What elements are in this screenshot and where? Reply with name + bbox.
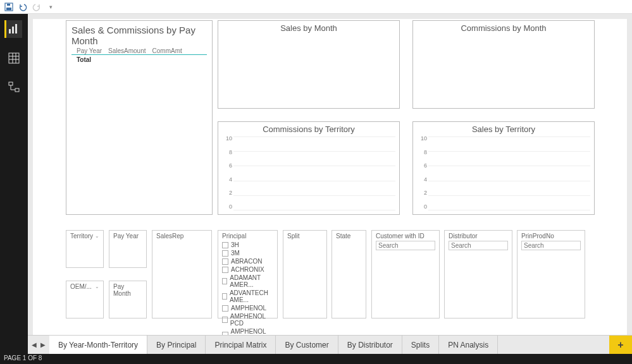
chart-body: 10 8 6 4 2 0 [413, 135, 594, 212]
save-icon[interactable] [4, 2, 14, 12]
svg-rect-12 [15, 88, 19, 92]
slicer-principal[interactable]: Principal 3H 3M ABRACON ACHRONIX ADAMANT… [218, 230, 278, 318]
table-total-row: Total [71, 55, 207, 64]
list-item[interactable]: AMPHENOL [222, 304, 273, 312]
gridlines [233, 136, 395, 210]
list-item[interactable]: ABRACON [222, 257, 273, 265]
slicer-customer[interactable]: Customer with ID [371, 230, 440, 318]
redo-icon[interactable] [32, 2, 42, 12]
visual-title: Commissions by Month [413, 21, 594, 34]
visual-title: Sales & Commissions by Pay Month [66, 21, 212, 47]
visual-title: Commissions by Territory [218, 122, 399, 135]
visual-title: Sales by Month [218, 21, 399, 34]
tab-prev-icon[interactable]: ◀ [30, 341, 38, 348]
slicer-label: Pay Month [113, 283, 142, 297]
checkbox-icon[interactable] [222, 242, 228, 248]
table-header: Pay Year SalesAmount CommAmt [71, 47, 207, 55]
slicer-territory[interactable]: Territory⌄ [66, 230, 104, 268]
add-page-button[interactable]: + [609, 336, 632, 354]
gridlines [428, 136, 590, 210]
checkbox-icon[interactable] [222, 258, 228, 265]
checkbox-icon[interactable] [222, 278, 227, 284]
slicer-label: State [336, 233, 350, 240]
slicer-prinprodno[interactable]: PrinProdNo [517, 230, 585, 318]
svg-rect-4 [12, 27, 14, 33]
search-input[interactable] [449, 241, 508, 250]
total-label: Total [77, 56, 91, 63]
list-item[interactable]: 3M [222, 249, 273, 257]
visual-commissions-by-territory[interactable]: Commissions by Territory 10 8 6 4 2 0 [218, 121, 400, 215]
qat-dropdown-icon[interactable]: ▾ [46, 2, 56, 12]
checkbox-icon[interactable] [222, 305, 228, 312]
slicer-label: Territory [70, 233, 93, 240]
slicer-label: PrinProdNo [521, 233, 581, 240]
visual-sales-by-month[interactable]: Sales by Month [218, 20, 400, 109]
slicer-label: Distributor [449, 233, 508, 240]
list-item[interactable]: AMPHENOL PCD [222, 312, 273, 327]
svg-rect-6 [9, 53, 19, 63]
tab-by-distributor[interactable]: By Distributor [338, 336, 402, 354]
tab-by-principal[interactable]: By Principal [147, 336, 206, 354]
checkbox-icon[interactable] [222, 267, 228, 273]
tab-pn-analysis[interactable]: PN Analysis [439, 336, 498, 354]
checkbox-icon[interactable] [222, 317, 228, 323]
checkbox-icon[interactable] [222, 293, 227, 300]
tab-next-icon[interactable]: ▶ [39, 341, 47, 348]
tab-principal-matrix[interactable]: Principal Matrix [206, 336, 276, 354]
tab-nav: ◀ ▶ [28, 336, 49, 354]
quick-access-toolbar: ▾ [0, 0, 632, 14]
checkbox-icon[interactable] [222, 250, 228, 257]
undo-icon[interactable] [18, 2, 28, 12]
slicer-split[interactable]: Split [283, 230, 327, 318]
view-sidebar [0, 14, 28, 354]
chevron-down-icon[interactable]: ⌄ [95, 284, 99, 289]
svg-rect-5 [15, 24, 17, 33]
visual-sales-commissions-table[interactable]: Sales & Commissions by Pay Month Pay Yea… [66, 20, 213, 215]
slicer-oem[interactable]: OEM/...⌄ [66, 281, 104, 318]
slicer-label: SalesRep [156, 233, 183, 240]
slicer-pay-year[interactable]: Pay Year [109, 230, 147, 268]
slicer-pay-month[interactable]: Pay Month [109, 281, 147, 318]
slicer-label: Pay Year [113, 233, 139, 240]
tab-by-customer[interactable]: By Customer [276, 336, 338, 354]
slicer-label: Customer with ID [376, 233, 435, 240]
chevron-down-icon[interactable]: ⌄ [95, 233, 99, 239]
list-item[interactable]: ADAMANT AMER... [222, 274, 273, 289]
slicer-state[interactable]: State [331, 230, 366, 318]
tab-splits[interactable]: Splits [402, 336, 439, 354]
model-view-button[interactable] [5, 78, 23, 96]
list-item[interactable]: ACHRONIX [222, 265, 273, 274]
report-canvas-area: Sales & Commissions by Pay Month Pay Yea… [28, 14, 632, 354]
y-axis: 10 8 6 4 2 0 [220, 135, 232, 210]
visual-title: Sales by Territory [413, 122, 594, 135]
slicer-label: Split [287, 233, 299, 240]
slicer-label: OEM/... [70, 283, 92, 290]
slicer-distributor[interactable]: Distributor [444, 230, 512, 318]
data-view-button[interactable] [5, 49, 23, 67]
list-item[interactable]: ADVANTECH AME... [222, 289, 273, 304]
y-axis: 10 8 6 4 2 0 [414, 135, 427, 210]
visual-sales-by-territory[interactable]: Sales by Territory 10 8 6 4 2 0 [412, 121, 595, 215]
col-header: Pay Year [77, 47, 102, 54]
list-item[interactable]: 3H [222, 241, 273, 249]
report-canvas[interactable]: Sales & Commissions by Pay Month Pay Yea… [33, 19, 627, 354]
search-input[interactable] [376, 241, 435, 250]
svg-rect-3 [9, 29, 11, 33]
tab-year-month-territory[interactable]: By Year-Month-Territory [49, 336, 147, 354]
svg-rect-2 [7, 4, 10, 6]
col-header: CommAmt [152, 47, 182, 54]
col-header: SalesAmount [108, 47, 146, 54]
report-view-button[interactable] [4, 20, 22, 38]
search-input[interactable] [521, 241, 581, 250]
chart-body: 10 8 6 4 2 0 [218, 135, 399, 212]
visual-commissions-by-month[interactable]: Commissions by Month [412, 20, 595, 109]
svg-rect-1 [6, 8, 11, 10]
slicer-label: Principal [222, 233, 246, 240]
page-indicator: PAGE 1 OF 8 [4, 355, 42, 361]
svg-rect-11 [9, 82, 13, 85]
slicer-salesrep[interactable]: SalesRep [152, 230, 212, 318]
page-tabs: ◀ ▶ By Year-Month-Territory By Principal… [28, 335, 632, 354]
status-bar: PAGE 1 OF 8 [0, 354, 632, 364]
